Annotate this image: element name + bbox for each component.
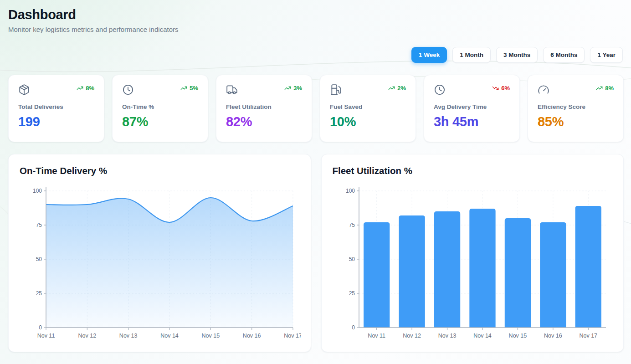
trend-value: 3%	[293, 85, 302, 92]
filter-1-year-button[interactable]: 1 Year	[590, 47, 623, 63]
kpi-label: Efficiency Score	[538, 103, 614, 110]
filter-3-months-button[interactable]: 3 Months	[496, 47, 538, 63]
svg-text:100: 100	[33, 188, 42, 194]
kpi-label: Fuel Saved	[330, 103, 406, 110]
filter-1-week-button[interactable]: 1 Week	[411, 47, 447, 63]
trending-up-icon	[596, 85, 603, 92]
kpi-value: 199	[18, 114, 94, 129]
time-range-filter: 1 Week 1 Month 3 Months 6 Months 1 Year	[8, 47, 623, 63]
trend-value: 2%	[397, 85, 406, 92]
svg-text:Nov 15: Nov 15	[202, 333, 220, 339]
svg-text:Nov 11: Nov 11	[37, 333, 55, 339]
kpi-card-total-deliveries: 8% Total Deliveries 199	[8, 75, 104, 142]
kpi-value: 87%	[122, 114, 198, 129]
trend-value: 8%	[605, 85, 614, 92]
svg-text:Nov 11: Nov 11	[368, 333, 385, 339]
trend-badge: 2%	[388, 85, 406, 92]
svg-text:Nov 15: Nov 15	[508, 333, 527, 339]
fleet-utilization-bar-chart[interactable]: 0255075100Nov 11Nov 12Nov 13Nov 14Nov 15…	[333, 185, 614, 345]
svg-text:50: 50	[349, 256, 355, 262]
svg-text:Nov 17: Nov 17	[284, 333, 301, 339]
fuel-icon	[330, 84, 342, 96]
page-title: Dashboard	[8, 7, 624, 22]
kpi-label: Fleet Utilization	[226, 103, 302, 110]
kpi-value: 3h 45m	[434, 114, 510, 129]
kpi-value: 85%	[538, 114, 614, 129]
gauge-icon	[538, 84, 549, 96]
filter-6-months-button[interactable]: 6 Months	[543, 47, 585, 63]
svg-text:Nov 16: Nov 16	[243, 333, 261, 339]
svg-text:0: 0	[352, 324, 355, 331]
svg-text:0: 0	[39, 324, 42, 331]
svg-text:Nov 12: Nov 12	[403, 333, 421, 339]
kpi-card-avg-delivery-time: 6% Avg Delivery Time 3h 45m	[424, 75, 520, 142]
kpi-card-fuel-saved: 2% Fuel Saved 10%	[320, 75, 416, 142]
kpi-card-fleet-utilization: 3% Fleet Utilization 82%	[216, 75, 312, 142]
chart-title: Fleet Utilization %	[333, 165, 617, 176]
svg-text:Nov 13: Nov 13	[438, 333, 456, 339]
kpi-label: Total Deliveries	[18, 103, 94, 110]
on-time-delivery-chart-card: On-Time Delivery % 0255075100Nov 11Nov 1…	[8, 154, 311, 352]
trend-value: 5%	[190, 85, 198, 92]
charts-row: On-Time Delivery % 0255075100Nov 11Nov 1…	[8, 154, 624, 352]
trending-up-icon	[388, 85, 395, 92]
svg-text:75: 75	[36, 222, 42, 228]
kpi-value: 82%	[226, 114, 302, 129]
page-subtitle: Monitor key logistics metrics and perfor…	[8, 26, 624, 33]
trending-up-icon	[284, 85, 291, 92]
svg-text:75: 75	[349, 222, 355, 228]
clock-icon	[434, 84, 446, 96]
trend-badge: 6%	[492, 85, 510, 92]
trend-badge: 3%	[284, 85, 302, 92]
fleet-utilization-chart-card: Fleet Utilization % 0255075100Nov 11Nov …	[321, 154, 624, 352]
kpi-label: On-Time %	[122, 103, 198, 110]
trending-down-icon	[492, 85, 499, 92]
kpi-card-efficiency-score: 8% Efficiency Score 85%	[528, 75, 624, 142]
kpi-value: 10%	[330, 114, 406, 129]
svg-text:50: 50	[36, 256, 42, 262]
svg-text:25: 25	[349, 290, 355, 297]
trend-badge: 8%	[596, 85, 614, 92]
trend-badge: 8%	[77, 85, 94, 92]
svg-text:Nov 17: Nov 17	[579, 333, 597, 339]
svg-text:Nov 16: Nov 16	[544, 333, 562, 339]
kpi-label: Avg Delivery Time	[434, 103, 510, 110]
kpi-card-on-time: 5% On-Time % 87%	[112, 75, 208, 142]
kpi-cards-row: 8% Total Deliveries 199 5% On-Time % 87%	[8, 75, 624, 142]
filter-1-month-button[interactable]: 1 Month	[452, 47, 491, 63]
svg-text:25: 25	[36, 290, 42, 297]
trend-value: 8%	[86, 85, 94, 92]
package-icon	[18, 84, 30, 96]
svg-text:Nov 14: Nov 14	[160, 333, 179, 339]
trend-badge: 5%	[180, 85, 198, 92]
trend-value: 6%	[501, 85, 510, 92]
svg-text:100: 100	[345, 188, 354, 194]
truck-icon	[226, 84, 238, 96]
svg-text:Nov 14: Nov 14	[473, 333, 492, 339]
trending-up-icon	[180, 85, 187, 92]
trending-up-icon	[77, 85, 83, 92]
on-time-delivery-area-chart[interactable]: 0255075100Nov 11Nov 12Nov 13Nov 14Nov 15…	[20, 185, 301, 345]
clock-icon	[122, 84, 134, 96]
svg-text:Nov 13: Nov 13	[119, 333, 138, 339]
chart-title: On-Time Delivery %	[20, 165, 304, 176]
svg-text:Nov 12: Nov 12	[78, 333, 97, 339]
